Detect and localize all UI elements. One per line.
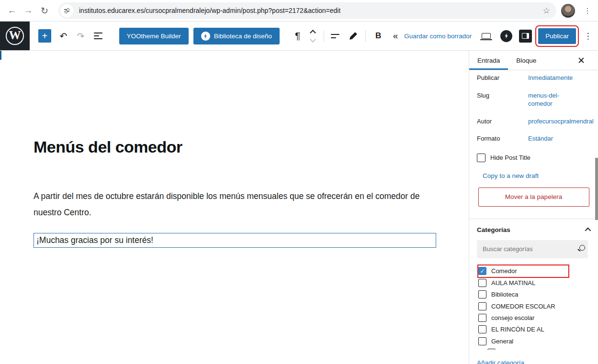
category-list: ✓ Comedor AULA MATINAL <box>477 264 583 350</box>
redo-icon[interactable]: ↷ <box>72 27 90 44</box>
url-text[interactable]: institutos.educarex.es/cursocpralmendral… <box>79 7 340 14</box>
summary-row-value[interactable]: menus-del-comedor <box>528 91 580 108</box>
selected-paragraph-block[interactable]: ¡Muchas gracias por su interés! <box>34 233 436 248</box>
browser-bar: ← → ↻ institutos.educarex.es/cursocpralm… <box>0 0 598 22</box>
close-sidebar-icon[interactable]: ✕ <box>575 54 587 66</box>
browser-forward-icon[interactable]: → <box>20 2 36 19</box>
categories-title: Categorías <box>477 226 510 233</box>
preview-desktop-icon[interactable] <box>477 27 495 44</box>
site-settings-icon[interactable] <box>60 4 73 17</box>
summary-row: Autor profecursocpralmendral <box>477 117 590 126</box>
summary-row: Publicar Inmediatamente <box>477 74 590 82</box>
post-title[interactable]: Menús del comedor <box>34 138 182 156</box>
publish-button[interactable]: Publicar <box>538 28 576 44</box>
bold-icon[interactable]: B <box>370 27 387 44</box>
summary-row-label: Publicar <box>477 74 528 82</box>
category-row[interactable]: EL RINCÓN DE AL <box>478 324 568 335</box>
category-label: COMEDOR ESCOLAR <box>491 303 555 310</box>
category-checkbox[interactable] <box>478 302 486 310</box>
yootheme-builder-button[interactable]: YOOtheme Builder <box>119 28 189 44</box>
move-up-icon[interactable] <box>310 30 316 36</box>
category-checkbox[interactable] <box>478 290 486 298</box>
summary-row: Slug menus-del-comedor <box>477 91 590 108</box>
editor-canvas: Menús del comedor A partir del mes de oc… <box>0 51 469 364</box>
design-library-button[interactable]: Biblioteca de diseño <box>193 28 280 44</box>
hide-post-title-row[interactable]: Hide Post Title <box>477 154 590 162</box>
category-row[interactable]: COMEDOR ESCOLAR <box>478 300 568 312</box>
check-icon: ✓ <box>480 268 485 275</box>
text-align-icon[interactable] <box>328 27 344 44</box>
browser-profile-avatar[interactable] <box>561 4 575 18</box>
category-checkbox[interactable]: ✓ <box>478 267 486 275</box>
paragraph-block-icon[interactable]: ¶ <box>289 27 306 44</box>
toolbar-right-group: Guardar como borrador Publicar ⋮ <box>404 27 598 44</box>
list-view-icon[interactable] <box>90 27 107 44</box>
browser-reload-icon[interactable]: ↻ <box>36 2 53 19</box>
post-paragraph[interactable]: A partir del mes de octubre estarán disp… <box>34 188 430 221</box>
category-row[interactable]: ✓ Comedor <box>478 265 568 277</box>
yootheme-bolt-icon <box>201 32 210 41</box>
category-label: EL RINCÓN DE AL <box>491 326 544 333</box>
category-search <box>477 240 590 258</box>
category-checkbox[interactable] <box>478 325 486 333</box>
browser-menu-icon[interactable]: ⋮ <box>582 6 593 15</box>
search-icon <box>579 245 585 251</box>
settings-sidebar-toggle[interactable] <box>519 30 532 43</box>
highlighter-pen-icon[interactable] <box>344 27 361 44</box>
block-inserter-button[interactable]: + <box>38 29 51 43</box>
yootheme-quick-icon[interactable] <box>500 30 512 42</box>
category-row[interactable]: Biblioteca <box>478 289 568 300</box>
summary-row-label: Formato <box>477 134 528 143</box>
summary-row: Formato Estándar <box>477 134 590 143</box>
category-label: consejo escolar <box>491 314 534 321</box>
editor-options-icon[interactable]: ⋮ <box>581 31 595 41</box>
summary-row-label: Autor <box>477 117 528 126</box>
category-search-input[interactable] <box>477 240 588 258</box>
category-checkbox[interactable] <box>478 279 486 287</box>
category-row[interactable]: General <box>478 335 568 347</box>
wordpress-logo[interactable]: W <box>0 22 30 50</box>
copy-draft-link[interactable]: Copy to a new draft <box>483 172 539 179</box>
summary-row-value[interactable]: Estándar <box>528 134 553 143</box>
category-checkbox[interactable] <box>487 349 496 350</box>
toolbar-separator <box>365 30 366 42</box>
category-label: Comedor <box>491 267 517 275</box>
collapse-tools-icon[interactable]: « <box>387 27 404 44</box>
move-down-icon[interactable] <box>310 36 316 43</box>
move-to-trash-button[interactable]: Mover a la papelera <box>478 188 589 207</box>
category-label: AULA MATINAL <box>491 279 535 287</box>
bookmark-star-icon[interactable]: ☆ <box>543 6 550 16</box>
sidebar-panel-icon <box>522 33 529 39</box>
browser-back-icon[interactable]: ← <box>4 2 20 19</box>
window-scrollbar-thumb[interactable] <box>595 158 598 220</box>
category-row[interactable]: AULA MATINAL <box>478 277 568 288</box>
categories-panel-header[interactable]: Categorías <box>469 219 598 240</box>
toolbar-separator <box>324 30 324 42</box>
block-mover[interactable] <box>306 31 320 42</box>
save-draft-link[interactable]: Guardar como borrador <box>404 33 472 40</box>
add-category-link[interactable]: Añadir categoría <box>477 359 524 364</box>
sidebar-tab[interactable]: Entrada <box>469 51 508 70</box>
category-row[interactable]: Padres <box>478 347 568 349</box>
undo-icon[interactable]: ↶ <box>55 27 72 44</box>
wordpress-w-icon: W <box>6 27 24 45</box>
address-bar[interactable]: institutos.educarex.es/cursocpralmendral… <box>58 2 556 19</box>
category-checkbox[interactable] <box>478 337 486 345</box>
editor-left-accent <box>0 51 1 60</box>
category-row[interactable]: consejo escolar <box>478 312 568 323</box>
category-label: Padres <box>500 349 520 350</box>
category-checkbox[interactable] <box>478 314 486 322</box>
sidebar-tab[interactable]: Bloque <box>508 51 544 70</box>
settings-sidebar: Entrada Bloque ✕ Publicar Inmediatamente… <box>469 51 598 364</box>
summary-row-value[interactable]: profecursocpralmendral <box>528 117 594 126</box>
editor-toolbar: W + ↶ ↷ YOOtheme Builder Biblioteca de d… <box>0 22 598 51</box>
tab-label: Bloque <box>516 57 536 64</box>
tab-label: Entrada <box>477 57 500 64</box>
chevron-up-icon <box>585 227 591 233</box>
hide-post-title-checkbox[interactable] <box>477 154 485 162</box>
screen: ← → ↻ institutos.educarex.es/cursocpralm… <box>0 0 598 364</box>
selected-paragraph-text[interactable]: ¡Muchas gracias por su interés! <box>34 235 153 245</box>
category-label: General <box>491 338 513 345</box>
summary-row-label: Slug <box>477 91 528 108</box>
summary-row-value[interactable]: Inmediatamente <box>528 74 573 82</box>
